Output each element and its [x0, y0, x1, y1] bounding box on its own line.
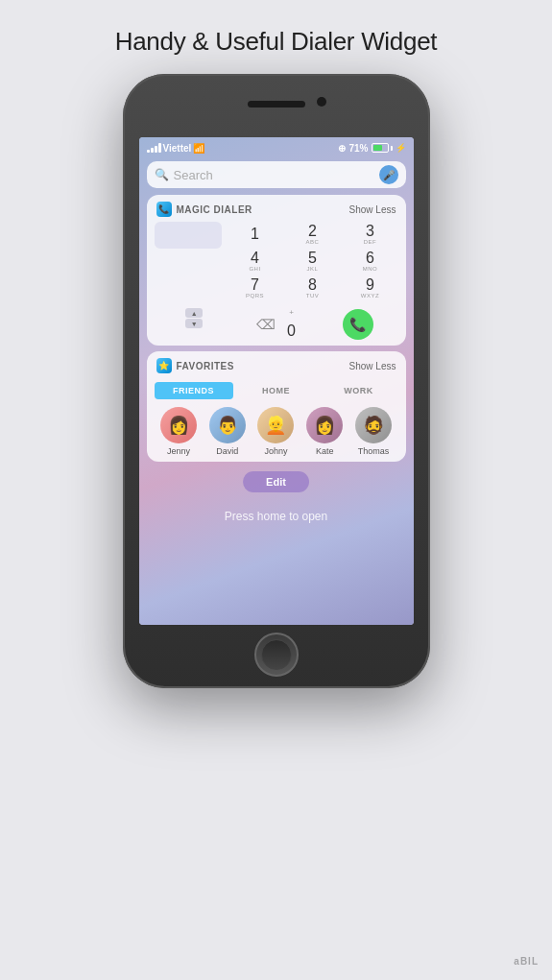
avatar: 👱	[257, 407, 294, 443]
dialer-widget: 📞 MAGIC DIALER Show Less 12ABC3DEF4GHI5J…	[147, 195, 406, 346]
contact-david[interactable]: 👨 David	[209, 407, 246, 456]
dialer-area: 12ABC3DEF4GHI5JKL6MNO7PQRS8TUV9WXYZ	[147, 222, 406, 308]
search-input[interactable]: Search	[174, 168, 374, 182]
carrier-name: Viettel	[163, 143, 192, 154]
phone-camera	[317, 97, 326, 107]
call-circle-icon: 📞	[343, 309, 373, 340]
signal-icon	[147, 143, 161, 153]
contact-name: Thomas	[358, 446, 390, 456]
dial-key-8[interactable]: 8TUV	[285, 275, 341, 300]
favorites-show-less-button[interactable]: Show Less	[349, 361, 396, 371]
screen-content: 📞 MAGIC DIALER Show Less 12ABC3DEF4GHI5J…	[139, 191, 414, 504]
gps-icon: ⊕	[338, 143, 346, 154]
home-button[interactable]	[254, 633, 299, 677]
call-button[interactable]: 📞	[318, 308, 397, 340]
contact-jenny[interactable]: 👩 Jenny	[160, 407, 197, 456]
favorites-tabs: FRIENDS HOME WORK	[147, 378, 406, 403]
favorites-widget-header: ⭐ FAVORITES Show Less	[147, 351, 406, 378]
dial-key-5[interactable]: 5JKL	[285, 249, 341, 274]
press-home-text: Press home to open	[139, 504, 414, 527]
microphone-icon[interactable]: 🎤	[379, 165, 398, 184]
avatar: 👨	[209, 407, 246, 443]
dial-key-7[interactable]: 7PQRS	[228, 275, 283, 300]
backspace-button[interactable]: ⌫	[256, 317, 276, 332]
scroll-up-button[interactable]: ▲	[185, 308, 203, 318]
dial-key-2[interactable]: 2ABC	[285, 222, 341, 247]
zero-dial-button[interactable]: 0	[287, 323, 296, 340]
dial-key-9[interactable]: 9WXYZ	[343, 275, 398, 300]
search-icon: 🔍	[155, 168, 169, 181]
status-bar: Viettel 📶 ⊕ 71% ⚡	[139, 137, 414, 158]
dialer-input-display[interactable]	[155, 222, 222, 249]
wifi-icon: 📶	[193, 143, 204, 154]
phone-screen: Viettel 📶 ⊕ 71% ⚡ 🔍 Search 🎤	[139, 137, 414, 625]
dial-key-1[interactable]: 1	[228, 222, 283, 247]
contact-thomas[interactable]: 🧔 Thomas	[355, 407, 392, 456]
avatar: 👩	[160, 407, 197, 443]
dial-key-6[interactable]: 6MNO	[343, 249, 398, 274]
contact-name: Johny	[264, 446, 287, 456]
dialer-scroll-controls: ▲ ▼	[155, 308, 234, 340]
dialer-widget-icon: 📞	[156, 202, 172, 217]
battery-percent: 71%	[348, 143, 368, 154]
contact-johny[interactable]: 👱 Johny	[257, 407, 294, 456]
brand-logo: aBIL	[514, 956, 539, 967]
lightning-icon: ⚡	[396, 143, 406, 153]
status-left: Viettel 📶	[147, 143, 205, 154]
avatar: 🧔	[355, 407, 392, 443]
battery-icon	[372, 143, 393, 153]
search-bar[interactable]: 🔍 Search 🎤	[147, 161, 406, 188]
edit-button[interactable]: Edit	[243, 471, 309, 492]
edit-area: Edit	[147, 467, 406, 500]
dialer-show-less-button[interactable]: Show Less	[349, 204, 396, 215]
phone-speaker	[248, 101, 305, 108]
phone-shell: Viettel 📶 ⊕ 71% ⚡ 🔍 Search 🎤	[123, 74, 430, 688]
tab-work[interactable]: WORK	[320, 382, 398, 399]
favorites-widget: ⭐ FAVORITES Show Less FRIENDS HOME WORK …	[147, 351, 406, 462]
zero-plus-label: +	[289, 308, 294, 317]
contact-name: Jenny	[167, 446, 190, 456]
dialer-widget-header: 📞 MAGIC DIALER Show Less	[147, 195, 406, 222]
dialer-keypad: 12ABC3DEF4GHI5JKL6MNO7PQRS8TUV9WXYZ	[228, 222, 398, 300]
dial-key-4[interactable]: 4GHI	[228, 249, 283, 274]
status-right: ⊕ 71% ⚡	[338, 143, 405, 154]
avatar: 👩	[306, 407, 343, 443]
scroll-down-button[interactable]: ▼	[185, 319, 203, 328]
contact-kate[interactable]: 👩 Kate	[306, 407, 343, 456]
dialer-widget-title: MAGIC DIALER	[177, 204, 252, 215]
dialer-bottom-row: ▲ ▼ ⌫ + 0 📞	[147, 308, 406, 346]
contact-name: David	[216, 446, 238, 456]
favorites-widget-title: FAVORITES	[177, 361, 234, 371]
tab-home[interactable]: HOME	[237, 382, 316, 399]
favorites-widget-icon: ⭐	[156, 358, 172, 373]
tab-friends[interactable]: FRIENDS	[155, 382, 233, 399]
contact-name: Kate	[316, 446, 334, 456]
page-title: Handy & Useful Dialer Widget	[115, 27, 438, 57]
favorites-contacts: 👩 Jenny 👨 David 👱 Johny 👩 Kate 🧔 Thomas	[147, 403, 406, 462]
dial-key-3[interactable]: 3DEF	[343, 222, 398, 247]
zero-btn-area: ⌫ + 0	[236, 308, 316, 340]
